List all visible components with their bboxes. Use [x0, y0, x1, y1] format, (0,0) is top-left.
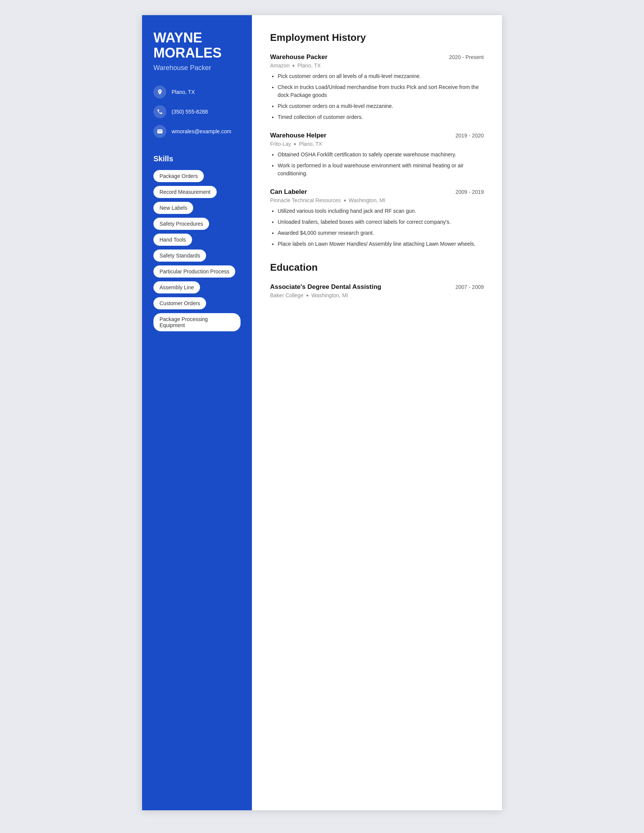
job-title: Warehouse Helper: [270, 132, 327, 139]
phone-text: (350) 555-8288: [172, 109, 208, 115]
job-company: Amazon: [270, 63, 290, 69]
job-bullet: Pick customer orders on all levels of a …: [278, 72, 484, 80]
job-bullet: Obtained OSHA Forklift certification to …: [278, 151, 484, 159]
job-bullet: Place labels on Lawn Mower Handles/ Asse…: [278, 240, 484, 248]
job-meta: Frito-LayPlano, TX: [270, 141, 484, 147]
job-bullets: Obtained OSHA Forklift certification to …: [270, 151, 484, 178]
contact-location: Plano, TX: [153, 85, 241, 98]
job-dates: 2020 - Present: [449, 54, 484, 60]
skills-list: Package OrdersRecord MeasurementNew Labe…: [153, 170, 241, 331]
skill-tag: Hand Tools: [153, 234, 192, 246]
job-dates: 2009 - 2019: [456, 189, 484, 195]
job-block: Warehouse Helper2019 - 2020Frito-LayPlan…: [270, 132, 484, 178]
contact-phone: (350) 555-8288: [153, 105, 241, 118]
candidate-title: Warehouse Packer: [153, 64, 241, 72]
phone-icon: [153, 105, 166, 118]
candidate-name: WAYNE MORALES: [153, 30, 241, 60]
job-bullet: Timed collection of customer orders.: [278, 113, 484, 121]
edu-dates: 2007 - 2009: [456, 284, 484, 290]
contact-section: Plano, TX (350) 555-8288 wmorales@exampl…: [153, 85, 241, 138]
skill-tag: Package Orders: [153, 170, 204, 182]
job-meta: AmazonPlano, TX: [270, 63, 484, 69]
education-heading: Education: [270, 262, 484, 276]
skills-heading: Skills: [153, 154, 241, 163]
edu-degree: Associate's Degree Dental Assisting: [270, 283, 381, 291]
job-block: Can Labeler2009 - 2019Pinnacle Technical…: [270, 188, 484, 248]
job-header: Warehouse Packer2020 - Present: [270, 53, 484, 61]
employment-heading: Employment History: [270, 32, 484, 46]
name-line1: WAYNE: [153, 30, 202, 45]
job-title: Can Labeler: [270, 188, 307, 196]
job-bullets: Utilized various tools including hand ja…: [270, 207, 484, 248]
skills-section: Skills Package OrdersRecord MeasurementN…: [153, 154, 241, 331]
skill-tag: Safety Procedures: [153, 218, 209, 230]
jobs-container: Warehouse Packer2020 - PresentAmazonPlan…: [270, 53, 484, 248]
meta-dot: [344, 199, 346, 201]
job-location: Plano, TX: [297, 63, 320, 69]
job-block: Warehouse Packer2020 - PresentAmazonPlan…: [270, 53, 484, 121]
job-dates: 2019 - 2020: [456, 132, 484, 138]
skill-tag: Package Processing Equipment: [153, 313, 241, 331]
job-bullet: Utilized various tools including hand ja…: [278, 207, 484, 215]
job-location: Washington, MI: [349, 197, 386, 203]
skill-tag: New Labels: [153, 202, 193, 214]
edu-header: Associate's Degree Dental Assisting2007 …: [270, 283, 484, 291]
meta-dot: [294, 143, 296, 145]
job-title: Warehouse Packer: [270, 53, 328, 61]
edu-block: Associate's Degree Dental Assisting2007 …: [270, 283, 484, 298]
job-location: Plano, TX: [299, 141, 322, 147]
job-header: Warehouse Helper2019 - 2020: [270, 132, 484, 139]
skill-tag: Record Measurement: [153, 186, 217, 198]
email-text: wmorales@example.com: [172, 129, 231, 134]
sidebar: WAYNE MORALES Warehouse Packer Plano, TX: [142, 15, 252, 810]
skill-tag: Customer Orders: [153, 297, 206, 309]
education-section: Education Associate's Degree Dental Assi…: [270, 262, 484, 298]
skill-tag: Assembly Line: [153, 281, 200, 293]
resume-container: WAYNE MORALES Warehouse Packer Plano, TX: [142, 15, 502, 810]
meta-dot: [293, 65, 295, 67]
job-meta: Pinnacle Technical ResourcesWashington, …: [270, 197, 484, 203]
job-header: Can Labeler2009 - 2019: [270, 188, 484, 196]
edu-dot: [306, 294, 308, 296]
edu-meta: Baker CollegeWashington, MI: [270, 292, 484, 298]
edu-school: Baker College: [270, 292, 303, 298]
job-bullet: Unloaded trailers, labeled boxes with co…: [278, 218, 484, 226]
job-bullet: Check in trucks Load/Unload merchandise …: [278, 83, 484, 99]
contact-email: wmorales@example.com: [153, 125, 241, 138]
email-icon: [153, 125, 166, 138]
location-icon: [153, 85, 166, 98]
location-text: Plano, TX: [172, 89, 195, 95]
job-company: Frito-Lay: [270, 141, 291, 147]
main-content: Employment History Warehouse Packer2020 …: [252, 15, 502, 810]
job-bullet: Work is performed in a loud warehouse en…: [278, 162, 484, 178]
skill-tag: Safety Standards: [153, 249, 206, 262]
job-company: Pinnacle Technical Resources: [270, 197, 341, 203]
skill-tag: Particular Production Process: [153, 265, 235, 278]
edu-location: Washington, MI: [311, 292, 348, 298]
name-line2: MORALES: [153, 45, 222, 61]
job-bullet: Pick customer orders on a multi-level me…: [278, 102, 484, 110]
edu-container: Associate's Degree Dental Assisting2007 …: [270, 283, 484, 298]
job-bullets: Pick customer orders on all levels of a …: [270, 72, 484, 121]
job-bullet: Awarded $4,000 summer research grant.: [278, 229, 484, 237]
employment-section: Employment History Warehouse Packer2020 …: [270, 32, 484, 248]
